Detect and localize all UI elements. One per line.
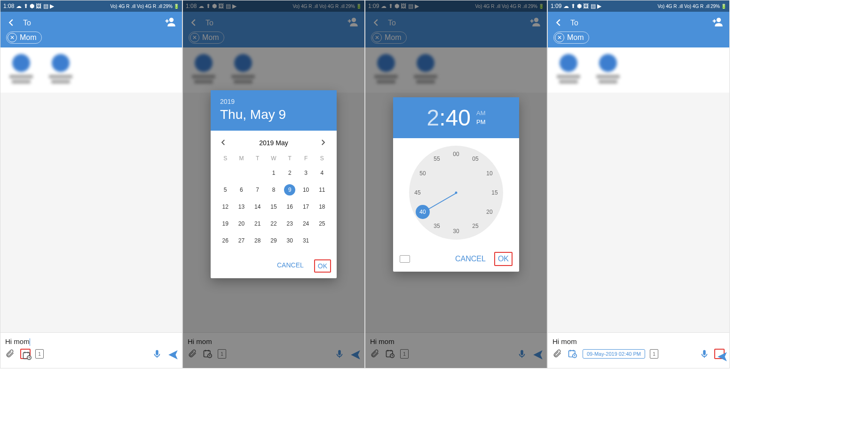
clock-tick[interactable]: 00 xyxy=(451,151,461,157)
clock-tick[interactable]: 35 xyxy=(432,223,442,229)
clock-tick[interactable]: 55 xyxy=(432,156,442,162)
calendar-day[interactable]: 8 xyxy=(268,184,279,196)
sim-icon[interactable]: 1 xyxy=(35,349,44,359)
recipient-chip[interactable]: ✕Mom xyxy=(553,31,589,44)
calendar-day[interactable]: 22 xyxy=(268,218,279,229)
calendar-day[interactable]: 13 xyxy=(236,201,247,212)
back-icon[interactable] xyxy=(553,17,565,29)
calendar-day[interactable]: 4 xyxy=(316,167,328,179)
am-toggle[interactable]: AM xyxy=(476,110,486,117)
calendar-day[interactable]: 27 xyxy=(236,235,247,246)
message-input[interactable]: Hi mom xyxy=(5,336,177,349)
clock-tick[interactable]: 10 xyxy=(485,170,494,177)
calendar-day[interactable]: 28 xyxy=(252,235,263,246)
ok-button[interactable]: OK xyxy=(494,252,513,266)
date-year[interactable]: 2019 xyxy=(220,98,327,105)
clock-tick[interactable]: 30 xyxy=(451,228,461,235)
clock-hand xyxy=(427,193,457,210)
remove-chip-icon[interactable]: ✕ xyxy=(8,33,17,42)
date-headline: Thu, May 9 xyxy=(220,107,327,122)
send-icon[interactable] xyxy=(714,349,725,359)
calendar-day[interactable]: 26 xyxy=(220,235,231,246)
composer: Hi mom 09-May-2019 02:40 PM 1 xyxy=(548,332,729,368)
calendar-day[interactable]: 21 xyxy=(252,218,263,229)
clock-tick[interactable]: 45 xyxy=(413,189,422,196)
message-input[interactable]: Hi mom xyxy=(552,336,725,349)
scheduled-time-pill[interactable]: 09-May-2019 02:40 PM xyxy=(583,349,645,359)
status-icons: ☁ ⬆ ⬢ 🖼 ▤ ▶ xyxy=(563,3,601,9)
to-label: To xyxy=(570,19,578,27)
modal-overlay[interactable]: 2:40 AMPM 000510152025303545505540 CANCE… xyxy=(365,0,547,368)
attach-icon[interactable] xyxy=(5,349,16,359)
next-month-icon[interactable] xyxy=(319,138,328,148)
dow-label: S xyxy=(217,155,233,162)
calendar-day[interactable]: 31 xyxy=(300,235,312,246)
mic-icon[interactable] xyxy=(152,349,162,359)
clock-tick[interactable]: 50 xyxy=(418,170,427,177)
contact-suggestion[interactable] xyxy=(554,54,583,86)
sim-icon[interactable]: 1 xyxy=(650,349,658,359)
clock-tick[interactable]: 25 xyxy=(471,223,480,229)
calendar-day[interactable]: 24 xyxy=(300,218,312,229)
calendar-day[interactable]: 25 xyxy=(316,218,328,229)
calendar-day[interactable]: 23 xyxy=(284,218,295,229)
send-icon[interactable] xyxy=(167,349,177,359)
clock-tick[interactable]: 15 xyxy=(490,189,499,196)
clock-tick[interactable]: 05 xyxy=(471,156,480,162)
calendar-day[interactable]: 10 xyxy=(300,184,312,196)
battery-icon: 🔋 xyxy=(721,4,726,9)
remove-chip-icon[interactable]: ✕ xyxy=(555,33,564,42)
keyboard-input-icon[interactable] xyxy=(400,255,410,263)
battery-text: 29% xyxy=(163,4,173,9)
mic-icon[interactable] xyxy=(699,349,710,359)
calendar-day[interactable]: 14 xyxy=(252,201,263,212)
selected-minute[interactable]: 40 xyxy=(416,205,430,219)
time-picker-dialog: 2:40 AMPM 000510152025303545505540 CANCE… xyxy=(393,97,519,272)
svg-rect-3 xyxy=(156,350,158,355)
status-bar: 1:08 ☁ ⬆ ⬢ 🖼 ▤ ▶ Vo) 4G R .ıll Vo) 4G R … xyxy=(0,0,182,12)
clock-tick[interactable]: 20 xyxy=(485,209,494,215)
add-contact-icon[interactable] xyxy=(710,16,724,29)
contact-suggestion[interactable] xyxy=(47,54,75,86)
calendar-grid: SMTWTFS123456789101112131415161718192021… xyxy=(214,151,333,253)
schedule-icon[interactable] xyxy=(568,349,578,359)
hour-value[interactable]: 2 xyxy=(427,105,440,130)
calendar-day[interactable]: 30 xyxy=(284,235,295,246)
calendar-day[interactable]: 29 xyxy=(268,235,279,246)
calendar-day[interactable]: 7 xyxy=(252,184,263,196)
recipient-chip[interactable]: ✕ Mom xyxy=(6,31,42,44)
schedule-icon[interactable] xyxy=(20,349,31,359)
calendar-day[interactable]: 9 xyxy=(284,184,295,196)
calendar-day[interactable]: 16 xyxy=(284,201,295,212)
cancel-button[interactable]: CANCEL xyxy=(452,253,489,265)
svg-point-0 xyxy=(169,18,174,22)
calendar-day[interactable]: 15 xyxy=(268,201,279,212)
add-contact-icon[interactable] xyxy=(163,16,176,29)
dow-label: W xyxy=(266,155,282,162)
back-icon[interactable] xyxy=(6,17,17,29)
attach-icon[interactable] xyxy=(552,349,563,359)
contact-suggestion[interactable] xyxy=(594,54,622,86)
minute-value[interactable]: 40 xyxy=(446,105,471,130)
prev-month-icon[interactable] xyxy=(219,138,229,148)
calendar-day[interactable]: 6 xyxy=(236,184,247,196)
calendar-day[interactable]: 20 xyxy=(236,218,247,229)
calendar-day[interactable]: 17 xyxy=(300,201,312,212)
calendar-day[interactable]: 5 xyxy=(220,184,231,196)
date-picker-dialog: 2019 Thu, May 9 2019 May SMTWTFS12345678… xyxy=(211,90,337,278)
contact-suggestion[interactable] xyxy=(7,54,35,86)
signal-icons: Vo) 4G R .ıll Vo) 4G R .ıll xyxy=(657,4,710,9)
cancel-button[interactable]: CANCEL xyxy=(274,259,307,273)
calendar-day[interactable]: 19 xyxy=(220,218,231,229)
calendar-day[interactable]: 12 xyxy=(220,201,231,212)
calendar-day[interactable]: 3 xyxy=(300,167,312,179)
app-header: To ✕ Mom xyxy=(0,12,182,47)
pm-toggle[interactable]: PM xyxy=(476,118,486,125)
ok-button[interactable]: OK xyxy=(314,259,331,273)
modal-overlay[interactable]: 2019 Thu, May 9 2019 May SMTWTFS12345678… xyxy=(183,0,364,368)
calendar-day[interactable]: 11 xyxy=(316,184,328,196)
calendar-day[interactable]: 1 xyxy=(268,167,279,179)
calendar-day[interactable]: 18 xyxy=(316,201,328,212)
calendar-day[interactable]: 2 xyxy=(284,167,295,179)
clock-face[interactable]: 000510152025303545505540 xyxy=(409,146,503,240)
